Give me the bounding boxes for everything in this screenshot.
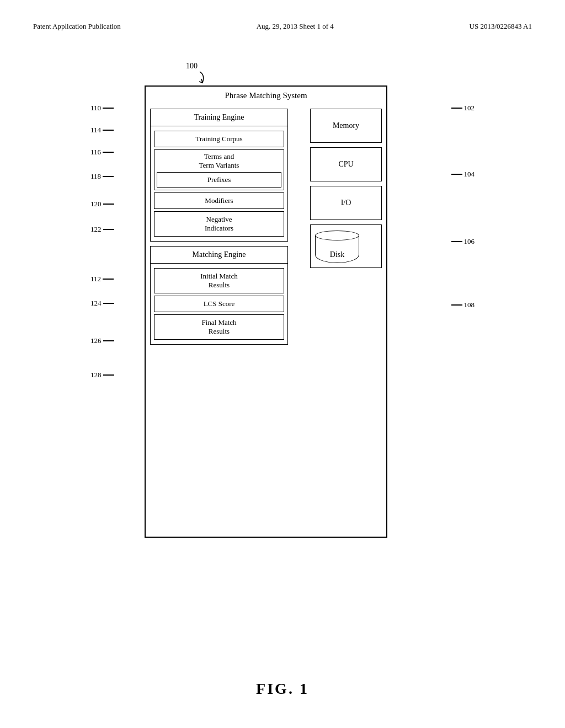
training-engine-box: Training Engine Training Corpus Terms an… [150, 109, 288, 242]
ref-104: 104 [451, 170, 475, 179]
io-box: I/O [310, 186, 382, 220]
figure-label: FIG. 1 [256, 680, 309, 698]
header-left: Patent Application Publication [33, 22, 121, 31]
lcs-score-box: LCS Score [154, 296, 284, 312]
right-column: Memory CPU I/O Disk [310, 109, 382, 268]
ref-114: 114 [90, 126, 114, 135]
matching-engine-inner: Initial MatchResults LCS Score Final Mat… [151, 264, 287, 344]
ref-118: 118 [90, 172, 114, 181]
ref-124: 124 [90, 299, 114, 308]
final-match-box: Final MatchResults [154, 314, 284, 340]
training-corpus-box: Training Corpus [154, 131, 284, 147]
prefixes-box: Prefixes [157, 172, 281, 188]
terms-variants-label: Terms andTerm Variants [157, 152, 281, 170]
ref-102: 102 [451, 104, 475, 113]
ref-126: 126 [90, 336, 114, 345]
ref-128: 128 [90, 371, 114, 379]
disk-top [315, 231, 359, 240]
disk-label: Disk [330, 250, 344, 259]
header-right: US 2013/0226843 A1 [470, 22, 532, 31]
outer-box: Phrase Matching System Training Engine T… [145, 85, 387, 538]
ref-110: 110 [90, 104, 114, 113]
memory-box: Memory [310, 109, 382, 143]
ref-112: 112 [90, 275, 114, 283]
header-middle: Aug. 29, 2013 Sheet 1 of 4 [257, 22, 334, 31]
diagram-area: 100 Phrase Matching System Training Engi… [89, 66, 476, 563]
outer-box-title: Phrase Matching System [146, 87, 386, 105]
disk-container: Disk [310, 224, 382, 268]
terms-variants-wrapper: Terms andTerm Variants Prefixes [154, 149, 284, 190]
left-column: Training Engine Training Corpus Terms an… [150, 109, 288, 345]
matching-engine-title: Matching Engine [151, 247, 287, 264]
training-engine-inner: Training Corpus Terms andTerm Variants P… [151, 126, 287, 241]
matching-engine-box: Matching Engine Initial MatchResults LCS… [150, 246, 288, 345]
modifiers-box: Modifiers [154, 192, 284, 209]
cpu-box: CPU [310, 147, 382, 181]
ref-120: 120 [90, 200, 114, 208]
initial-match-box: Initial MatchResults [154, 268, 284, 293]
ref-108: 108 [451, 301, 475, 309]
ref-116: 116 [90, 148, 114, 157]
training-engine-title: Training Engine [151, 109, 287, 126]
ref-106: 106 [451, 237, 475, 246]
page-header: Patent Application Publication Aug. 29, … [0, 0, 565, 42]
ref-122: 122 [90, 225, 114, 234]
negative-indicators-box: NegativeIndicators [154, 211, 284, 237]
